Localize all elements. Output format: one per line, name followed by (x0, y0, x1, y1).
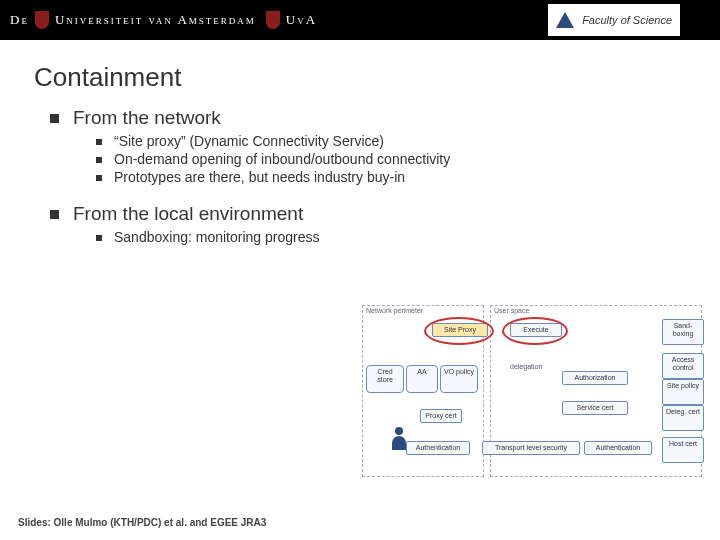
bullet-text: Sandboxing: monitoring progress (114, 229, 319, 245)
bullet-item: Prototypes are there, but needs industry… (96, 169, 720, 185)
bullet-text: Prototypes are there, but needs industry… (114, 169, 405, 185)
box-authentication-right: Authentication (584, 441, 652, 455)
section-heading: From the local environment (50, 203, 720, 225)
square-bullet-icon (96, 139, 102, 145)
highlight-circle-icon (424, 317, 494, 345)
square-bullet-icon (50, 210, 59, 219)
user-icon (390, 427, 408, 455)
box-deleg-cert: Deleg. cert (662, 405, 704, 431)
box-aa: AA (406, 365, 438, 393)
section-heading-text: From the network (73, 107, 221, 128)
header-bar: De Universiteit van Amsterdam UvA Grid M… (0, 0, 720, 40)
square-bullet-icon (96, 157, 102, 163)
box-host-cert: Host cert (662, 437, 704, 463)
slide-title: Containment (34, 62, 720, 93)
bullet-item: On-demand opening of inbound/outbound co… (96, 151, 720, 167)
university-prefix: De (10, 12, 29, 28)
bullet-item: “Site proxy” (Dynamic Connectivity Servi… (96, 133, 720, 149)
box-sandboxing: Sand-boxing (662, 319, 704, 345)
label-delegation: delegation (510, 363, 542, 370)
box-authorization: Authorization (562, 371, 628, 385)
architecture-diagram: Network perimeter User space Site Proxy … (362, 305, 702, 485)
faculty-block: Grid Middleware II Faculty of Science (548, 4, 680, 36)
bullet-text: “Site proxy” (Dynamic Connectivity Servi… (114, 133, 384, 149)
square-bullet-icon (96, 175, 102, 181)
box-cred-store: Cred store (366, 365, 404, 393)
box-authentication-left: Authentication (406, 441, 470, 455)
triangle-icon (556, 12, 574, 28)
shield-icon (35, 11, 49, 29)
bullet-text: On-demand opening of inbound/outbound co… (114, 151, 450, 167)
box-access-control: Access control (662, 353, 704, 379)
bullet-item: Sandboxing: monitoring progress (96, 229, 720, 245)
footer-credit: Slides: Olle Mulmo (KTH/PDC) et al. and … (18, 517, 266, 528)
section-heading-text: From the local environment (73, 203, 303, 224)
box-site-policy: Site policy (662, 379, 704, 405)
shield-icon (266, 11, 280, 29)
section-heading: From the network (50, 107, 720, 129)
square-bullet-icon (50, 114, 59, 123)
slide-content: From the network “Site proxy” (Dynamic C… (50, 107, 720, 245)
university-main: Universiteit van Amsterdam (55, 12, 256, 28)
highlight-circle-icon (502, 317, 568, 345)
university-short: UvA (286, 12, 317, 28)
box-vo-policy: VO policy (440, 365, 478, 393)
region-label: Network perimeter (366, 307, 423, 314)
box-proxy-cert: Proxy cert (420, 409, 462, 423)
region-label: User space (494, 307, 529, 314)
square-bullet-icon (96, 235, 102, 241)
box-transport-security: Transport level security (482, 441, 580, 455)
box-service-cert: Service cert (562, 401, 628, 415)
faculty-name: Faculty of Science (582, 14, 672, 26)
